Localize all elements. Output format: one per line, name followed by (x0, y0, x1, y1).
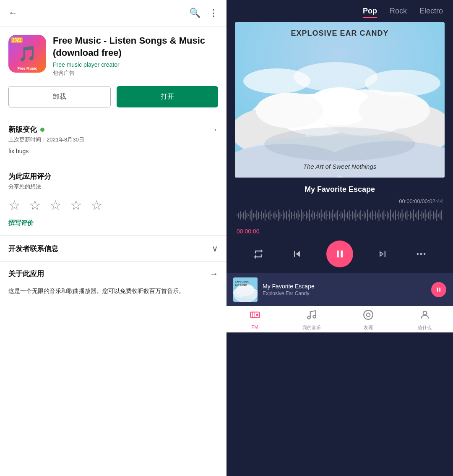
tab-pop[interactable]: Pop (363, 7, 377, 18)
open-button[interactable]: 打开 (117, 86, 218, 107)
svg-rect-77 (332, 209, 333, 221)
svg-rect-37 (266, 214, 267, 217)
svg-rect-35 (263, 213, 264, 218)
nav-item-fm[interactable]: FM (226, 309, 283, 331)
svg-rect-68 (318, 211, 318, 220)
svg-rect-21 (240, 211, 241, 220)
app-year-badge: 2022 (11, 37, 23, 43)
changelog-section: 新版变化 → 上次更新时间：2021年8月30日 fix bugs (0, 116, 226, 163)
about-arrow[interactable]: → (210, 269, 218, 279)
svg-rect-44 (278, 209, 279, 221)
svg-rect-142 (440, 212, 440, 219)
nav-item-discover[interactable]: 发现 (340, 309, 396, 331)
svg-rect-30 (255, 214, 255, 217)
app-info: Free Music - Listen Songs & Music (downl… (53, 35, 218, 77)
developer-chevron[interactable]: ∨ (212, 243, 218, 254)
svg-point-161 (366, 313, 370, 317)
svg-rect-26 (248, 214, 249, 216)
back-button[interactable]: ← (8, 8, 18, 18)
about-description: 这是一个无限的音乐和歌曲播放器。您可以免费收听数百万首音乐。 (0, 286, 226, 304)
changelog-text: fix bugs (8, 148, 218, 154)
svg-rect-54 (294, 211, 295, 220)
star-2[interactable]: ☆ (29, 197, 41, 213)
nav-item-profile[interactable]: 值什么 (396, 309, 453, 331)
star-1[interactable]: ☆ (8, 197, 21, 213)
write-review-link[interactable]: 撰写评价 (8, 219, 218, 227)
svg-rect-45 (279, 212, 280, 219)
svg-text:EAR CANDY: EAR CANDY (235, 284, 247, 286)
svg-rect-94 (360, 210, 361, 220)
svg-rect-66 (314, 212, 315, 219)
waveform-container[interactable] (226, 204, 453, 226)
svg-rect-23 (243, 212, 244, 219)
svg-rect-98 (367, 209, 368, 221)
star-4[interactable]: ☆ (70, 197, 82, 213)
nav-label-discover: 发现 (364, 324, 373, 331)
svg-rect-137 (431, 214, 432, 216)
play-pause-button[interactable] (326, 241, 353, 267)
star-5[interactable]: ☆ (91, 197, 103, 213)
rating-title: 为此应用评分 (8, 172, 218, 181)
svg-rect-119 (402, 209, 403, 221)
rating-section: 为此应用评分 分享您的想法 ☆ ☆ ☆ ☆ ☆ 撰写评价 (0, 163, 226, 235)
svg-point-159 (313, 315, 316, 318)
next-button[interactable] (373, 245, 392, 263)
svg-rect-47 (283, 210, 284, 220)
svg-rect-20 (238, 213, 239, 218)
top-bar: ← 🔍 ⋮ (0, 0, 226, 26)
svg-rect-63 (309, 209, 310, 221)
svg-rect-89 (352, 211, 353, 220)
svg-rect-84 (344, 209, 345, 221)
svg-rect-91 (355, 209, 356, 221)
more-icon[interactable]: ⋮ (209, 8, 218, 18)
svg-rect-88 (351, 214, 351, 216)
search-icon[interactable]: 🔍 (189, 8, 200, 18)
svg-rect-100 (370, 212, 371, 219)
svg-rect-97 (365, 213, 366, 218)
nav-label-profile: 值什么 (418, 324, 432, 331)
changelog-date: 上次更新时间：2021年8月30日 (8, 136, 218, 144)
developer-section[interactable]: 开发者联系信息 ∨ (0, 235, 226, 261)
green-dot (40, 128, 44, 132)
nav-item-my-music[interactable]: 我的音乐 (283, 309, 340, 331)
svg-rect-80 (337, 210, 338, 220)
svg-rect-118 (400, 213, 401, 218)
svg-rect-129 (418, 210, 419, 220)
svg-rect-65 (312, 210, 313, 220)
svg-rect-139 (435, 213, 435, 218)
svg-rect-58 (301, 209, 302, 221)
app-icon-label: Free Music (17, 66, 37, 71)
mini-player[interactable]: EXPLOSIVE EAR CANDY My Favorite Escape E… (226, 273, 453, 306)
svg-rect-106 (380, 214, 381, 217)
nav-label-fm: FM (252, 324, 258, 330)
svg-rect-96 (364, 211, 364, 220)
mini-pause-button[interactable] (431, 282, 446, 297)
svg-rect-108 (383, 210, 384, 220)
more-options-button[interactable] (412, 245, 430, 263)
svg-rect-99 (369, 214, 370, 217)
tab-electro[interactable]: Electro (419, 7, 443, 18)
svg-rect-110 (387, 211, 388, 220)
rating-subtitle: 分享您的想法 (8, 183, 218, 191)
svg-rect-138 (433, 211, 434, 220)
uninstall-button[interactable]: 卸载 (8, 86, 111, 107)
svg-rect-67 (316, 214, 317, 216)
svg-text:EXPLOSIVE: EXPLOSIVE (235, 280, 249, 283)
music-note-icon: 🎵 (18, 45, 37, 63)
svg-rect-132 (423, 213, 424, 218)
album-art: EXPLOSIVE EAR CANDY The Art of Sweet Not… (235, 22, 445, 178)
svg-rect-72 (324, 212, 325, 219)
svg-point-11 (359, 92, 430, 129)
repeat-button[interactable] (249, 245, 268, 263)
svg-rect-56 (298, 210, 299, 220)
svg-rect-82 (341, 211, 341, 220)
svg-rect-121 (405, 212, 406, 219)
tab-rock[interactable]: Rock (390, 7, 407, 18)
svg-rect-90 (354, 213, 354, 218)
changelog-arrow[interactable]: → (210, 125, 218, 134)
svg-rect-140 (436, 209, 437, 221)
star-3[interactable]: ☆ (49, 197, 62, 213)
about-section[interactable]: 关于此应用 → (0, 261, 226, 286)
previous-button[interactable] (288, 245, 306, 263)
svg-rect-57 (299, 214, 300, 217)
